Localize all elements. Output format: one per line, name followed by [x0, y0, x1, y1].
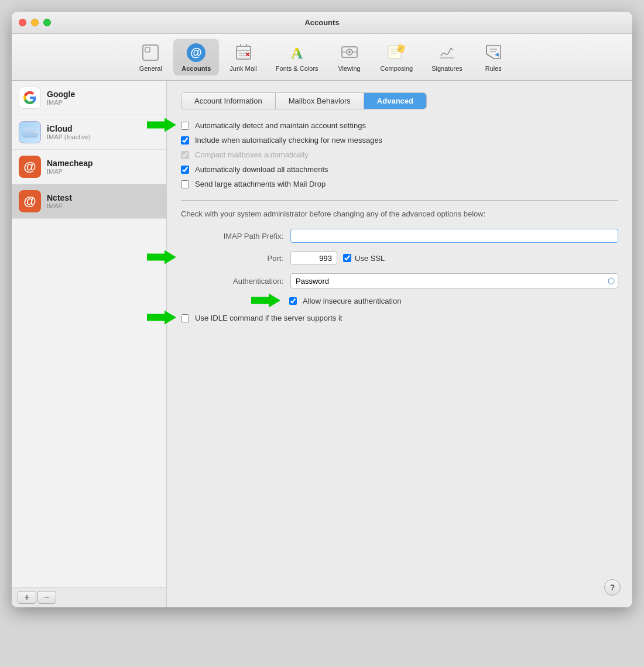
- toolbar-item-accounts[interactable]: @ Accounts: [173, 39, 219, 75]
- arrow-idle: [147, 309, 176, 327]
- arrow-port: [147, 249, 176, 267]
- settings-section-checkboxes: Automatically detect and maintain accoun…: [181, 121, 618, 188]
- namecheap-account-info: Namecheap IMAP: [47, 159, 93, 175]
- toolbar-item-junk[interactable]: Junk Mail: [221, 39, 265, 75]
- account-item-namecheap[interactable]: @ Namecheap IMAP: [12, 150, 166, 184]
- auth-label: Authentication:: [181, 277, 283, 286]
- icloud-account-name: iCloud: [47, 124, 91, 133]
- icloud-account-info: iCloud IMAP (Inactive): [47, 124, 91, 140]
- remove-account-button[interactable]: −: [37, 591, 56, 604]
- google-account-icon: [19, 87, 41, 109]
- nctest-account-name: Nctest: [47, 193, 72, 202]
- port-row: Port: 993 Use SSL: [181, 251, 618, 265]
- toolbar-item-composing[interactable]: Composing: [372, 39, 422, 75]
- svg-marker-30: [251, 293, 280, 307]
- auto-download-row: Automatically download all attachments: [181, 165, 618, 174]
- svg-rect-1: [145, 47, 150, 52]
- admin-note: Check with your system administrator bef…: [181, 209, 618, 219]
- tab-account-information[interactable]: Account Information: [181, 93, 276, 109]
- mail-drop-row: Send large attachments with Mail Drop: [181, 180, 618, 188]
- auto-download-label: Automatically download all attachments: [195, 165, 328, 174]
- toolbar-label-fonts: Fonts & Colors: [276, 65, 318, 72]
- toolbar-item-general[interactable]: General: [130, 39, 171, 75]
- toolbar-label-composing: Composing: [381, 65, 413, 72]
- svg-marker-31: [147, 310, 176, 324]
- svg-rect-4: [237, 46, 251, 59]
- compact-mailboxes-checkbox[interactable]: [181, 151, 189, 159]
- icloud-account-icon: [19, 121, 41, 143]
- use-idle-checkbox[interactable]: [181, 314, 189, 322]
- divider: [181, 200, 618, 201]
- main-window: Accounts General @ Accounts: [12, 12, 632, 607]
- account-item-google[interactable]: Google IMAP: [12, 81, 166, 115]
- arrow-insecure: [251, 292, 280, 310]
- nctest-account-info: Nctest IMAP: [47, 193, 72, 209]
- allow-insecure-label: Allow insecure authentication: [303, 297, 401, 305]
- close-button[interactable]: [19, 19, 26, 26]
- include-checking-checkbox[interactable]: [181, 136, 189, 145]
- imap-path-input[interactable]: [290, 229, 618, 243]
- use-ssl-text: Use SSL: [355, 254, 385, 263]
- allow-insecure-checkbox[interactable]: [289, 297, 297, 305]
- port-input[interactable]: 993: [290, 251, 337, 265]
- svg-text:A: A: [291, 44, 303, 62]
- svg-text:@: @: [191, 46, 203, 59]
- tab-advanced[interactable]: Advanced: [364, 93, 426, 109]
- google-account-type: IMAP: [47, 99, 75, 106]
- mail-drop-checkbox[interactable]: [181, 180, 189, 188]
- sidebar-bottom: + −: [12, 587, 166, 607]
- toolbar-item-rules[interactable]: Rules: [473, 39, 514, 75]
- accounts-icon: @: [186, 42, 207, 63]
- account-item-icloud[interactable]: iCloud IMAP (Inactive): [12, 115, 166, 150]
- composing-icon: [386, 42, 407, 63]
- imap-path-label: IMAP Path Prefix:: [181, 232, 283, 240]
- nctest-account-icon: @: [19, 190, 41, 212]
- include-checking-label: Include when automatically checking for …: [195, 136, 382, 145]
- toolbar-item-signatures[interactable]: Signatures: [423, 39, 471, 75]
- auto-detect-checkbox[interactable]: [181, 122, 189, 130]
- google-account-info: Google IMAP: [47, 90, 75, 106]
- titlebar: Accounts: [12, 12, 632, 34]
- use-idle-label: Use IDLE command if the server supports …: [195, 314, 342, 322]
- auth-select[interactable]: Password MD5 Challenge-Response NTLM Ker…: [290, 273, 618, 288]
- general-icon: [140, 42, 161, 63]
- compact-mailboxes-label: Compact mailboxes automatically: [195, 150, 309, 159]
- add-account-button[interactable]: +: [18, 591, 36, 604]
- namecheap-account-name: Namecheap: [47, 159, 93, 168]
- namecheap-account-type: IMAP: [47, 168, 93, 175]
- tabs: Account Information Mailbox Behaviors Ad…: [181, 92, 427, 109]
- auth-select-wrapper: Password MD5 Challenge-Response NTLM Ker…: [290, 273, 618, 288]
- auth-row: Authentication: Password MD5 Challenge-R…: [181, 273, 618, 288]
- toolbar-label-signatures: Signatures: [431, 65, 463, 72]
- auto-detect-label: Automatically detect and maintain accoun…: [195, 121, 366, 130]
- toolbar-item-fonts[interactable]: A Fonts & Colors: [268, 39, 327, 75]
- minimize-button[interactable]: [31, 19, 39, 26]
- use-idle-row: Use IDLE command if the server supports …: [181, 314, 618, 322]
- sidebar: Google IMAP: [12, 81, 167, 607]
- toolbar-label-junk: Junk Mail: [229, 65, 256, 72]
- mail-drop-label: Send large attachments with Mail Drop: [195, 180, 326, 188]
- svg-marker-29: [147, 250, 176, 264]
- fullscreen-button[interactable]: [43, 19, 51, 26]
- auto-download-checkbox[interactable]: [181, 166, 189, 174]
- account-item-nctest[interactable]: @ Nctest IMAP: [12, 184, 166, 219]
- main-content: Google IMAP: [12, 81, 632, 607]
- toolbar-item-viewing[interactable]: Viewing: [329, 39, 370, 75]
- viewing-icon: [339, 42, 360, 63]
- window-title: Accounts: [304, 18, 339, 27]
- port-label: Port:: [181, 254, 283, 263]
- icloud-account-type: IMAP (Inactive): [47, 133, 91, 140]
- use-ssl-checkbox[interactable]: [343, 254, 351, 262]
- svg-point-15: [348, 51, 351, 53]
- window-body: Google IMAP: [12, 81, 632, 607]
- help-button[interactable]: ?: [604, 579, 621, 596]
- arrow-auto-detect: [147, 116, 176, 135]
- namecheap-account-icon: @: [19, 156, 41, 178]
- nctest-account-type: IMAP: [47, 202, 72, 209]
- tab-mailbox-behaviors[interactable]: Mailbox Behaviors: [276, 93, 364, 109]
- use-ssl-label: Use SSL: [343, 254, 385, 263]
- toolbar: General @ Accounts: [12, 34, 632, 81]
- include-checking-row: Include when automatically checking for …: [181, 136, 618, 145]
- signatures-icon: [436, 42, 457, 63]
- detail-panel: Account Information Mailbox Behaviors Ad…: [167, 81, 632, 607]
